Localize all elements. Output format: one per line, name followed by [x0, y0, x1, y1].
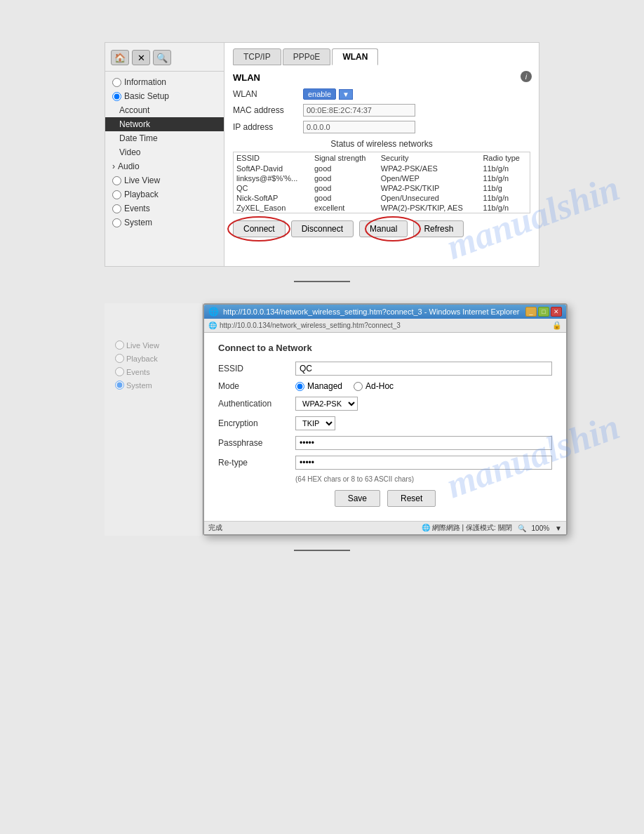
bg-sidebar-events: Events — [112, 365, 195, 378]
mac-address-row: MAC address — [233, 104, 530, 117]
dialog-enc-select[interactable]: TKIP — [295, 416, 335, 430]
sidebar-item-playback[interactable]: Playback — [105, 187, 224, 201]
sidebar-item-basicsetup[interactable]: Basic Setup — [105, 89, 224, 103]
sidebar-item-video[interactable]: Video — [105, 145, 224, 159]
connect-button[interactable]: Connect — [233, 220, 286, 237]
browser-statusbar: 完成 🌐 網際網路 | 保護模式: 關閉 🔍 100% ▼ — [204, 521, 566, 534]
dialog-retype-input[interactable] — [295, 456, 552, 470]
dialog-mode-row: Mode Managed Ad-Hoc — [218, 381, 552, 391]
dialog-retype-row: Re-type — [218, 456, 552, 470]
close-btn[interactable]: ✕ — [132, 50, 150, 65]
cell-signal: good — [311, 193, 378, 203]
browser-body: Connect to a Network ESSID Mode Managed … — [204, 333, 566, 521]
browser-titlebar: 🌐 http://10.0.0.134/network_wireless_set… — [204, 305, 566, 319]
save-button[interactable]: Save — [335, 490, 380, 507]
cell-radio: 11b/g/n — [480, 173, 530, 183]
dialog-auth-row: Authentication WPA2-PSK — [218, 397, 552, 411]
dialog-managed-radio[interactable]: Managed — [295, 381, 342, 391]
close-window-btn[interactable]: ✕ — [551, 307, 562, 317]
mac-label: MAC address — [233, 105, 303, 115]
dialog-adhoc-radio[interactable]: Ad-Hoc — [354, 381, 394, 391]
cell-radio: 11b/g/n — [480, 164, 530, 173]
info-icon: i — [521, 71, 532, 82]
sidebar-item-datetime[interactable]: Date Time — [105, 131, 224, 145]
bg-sidebar-system: System — [112, 378, 195, 392]
maximize-btn[interactable]: □ — [538, 307, 549, 317]
wlan-enable-row: WLAN enable ▼ — [233, 88, 530, 100]
col-radio: Radio type — [480, 152, 530, 164]
ip-label: IP address — [233, 122, 303, 132]
dialog-essid-input[interactable] — [295, 362, 552, 376]
sidebar-item-events[interactable]: Events — [105, 201, 224, 216]
dialog-title: Connect to a Network — [218, 343, 552, 353]
bg-sidebar: Live View Playback Events System — [105, 303, 203, 536]
wlan-section-title: WLAN — [233, 72, 530, 83]
cell-radio: 11b/g — [480, 183, 530, 193]
sidebar-item-account[interactable]: Account — [105, 103, 224, 117]
wireless-table-wrapper: ESSID Signal strength Security Radio typ… — [233, 152, 530, 213]
cell-security: WPA2-PSK/AES — [378, 164, 481, 173]
tab-tcpip[interactable]: TCP/IP — [233, 48, 281, 65]
cell-radio: 11b/g/n — [480, 203, 530, 213]
mac-input[interactable] — [303, 104, 415, 117]
tab-wlan[interactable]: WLAN — [332, 48, 378, 65]
wlan-enable-btn[interactable]: enable — [303, 88, 336, 100]
sidebar-item-information[interactable]: Information — [105, 75, 224, 89]
dialog-essid-label: ESSID — [218, 364, 295, 373]
reset-button[interactable]: Reset — [387, 490, 436, 507]
dialog-pass-row: Passphrase — [218, 436, 552, 450]
status-right: 🌐 網際網路 | 保護模式: 關閉 🔍 100% ▼ — [422, 523, 562, 533]
cell-security: WPA2-PSK/TKIP — [378, 183, 481, 193]
dialog-enc-label: Encryption — [218, 418, 295, 428]
status-zoom-icon: 🔍 — [518, 524, 526, 532]
status-left: 完成 — [208, 523, 222, 533]
bottom-panel: Live View Playback Events System 🌐 http:… — [105, 303, 539, 536]
sidebar-item-audio[interactable]: ›Audio — [105, 159, 224, 173]
dialog-retype-label: Re-type — [218, 458, 295, 468]
cell-essid: ZyXEL_Eason — [234, 203, 311, 213]
cell-radio: 11b/g/n — [480, 193, 530, 203]
disconnect-button[interactable]: Disconnect — [291, 220, 354, 237]
col-essid: ESSID — [234, 152, 311, 164]
dialog-buttons: Save Reset — [218, 490, 552, 507]
address-text: http://10.0.0.134/network_wireless_setti… — [220, 322, 401, 329]
ssl-icon: 🔒 — [552, 321, 562, 330]
sidebar: 🏠 ✕ 🔍 Information Basic Setup Account Ne… — [105, 43, 224, 266]
cell-signal: good — [311, 173, 378, 183]
browser-addressbar: 🌐 http://10.0.0.134/network_wireless_set… — [204, 319, 566, 333]
dialog-pass-input[interactable] — [295, 436, 552, 450]
sidebar-item-system[interactable]: System — [105, 216, 224, 230]
search-btn[interactable]: 🔍 — [153, 50, 171, 65]
bg-sidebar-liveview: Live View — [112, 338, 195, 352]
ip-input[interactable] — [303, 121, 415, 133]
status-zoom-pct: ▼ — [555, 524, 562, 532]
dialog-auth-select[interactable]: WPA2-PSK — [295, 397, 358, 411]
wlan-label: WLAN — [233, 89, 303, 99]
refresh-button[interactable]: Refresh — [413, 220, 464, 237]
cell-security: Open/WEP — [378, 173, 481, 183]
dialog-hint: (64 HEX chars or 8 to 63 ASCII chars) — [295, 475, 552, 483]
dialog-mode-group: Managed Ad-Hoc — [295, 381, 394, 391]
browser-title: http://10.0.0.134/network_wireless_setti… — [223, 307, 525, 316]
table-row[interactable]: ZyXEL_Eason excellent WPA(2)-PSK/TKIP, A… — [234, 203, 530, 213]
table-row[interactable]: Nick-SoftAP good Open/Unsecured 11b/g/n — [234, 193, 530, 203]
wlan-enable-arrow[interactable]: ▼ — [339, 89, 353, 100]
wlan-value: enable ▼ — [303, 88, 353, 100]
sidebar-item-network[interactable]: Network — [105, 117, 224, 131]
manual-button[interactable]: Manual — [359, 220, 408, 237]
tab-pppoe[interactable]: PPPoE — [283, 48, 331, 65]
address-icon: 🌐 — [208, 322, 217, 329]
cell-signal: excellent — [311, 203, 378, 213]
minimize-btn[interactable]: _ — [525, 307, 537, 317]
browser-window: 🌐 http://10.0.0.134/network_wireless_set… — [203, 303, 568, 536]
browser-controls: _ □ ✕ — [525, 307, 562, 317]
home-btn[interactable]: 🏠 — [111, 50, 129, 65]
wireless-status-title: Status of wireless networks — [233, 139, 530, 149]
divider-2 — [294, 550, 350, 551]
cell-signal: good — [311, 164, 378, 173]
table-row[interactable]: linksys@#$%'%... good Open/WEP 11b/g/n — [234, 173, 530, 183]
table-row[interactable]: SoftAP-David good WPA2-PSK/AES 11b/g/n — [234, 164, 530, 173]
sidebar-item-liveview[interactable]: Live View — [105, 173, 224, 187]
table-row[interactable]: QC good WPA2-PSK/TKIP 11b/g — [234, 183, 530, 193]
col-signal: Signal strength — [311, 152, 378, 164]
